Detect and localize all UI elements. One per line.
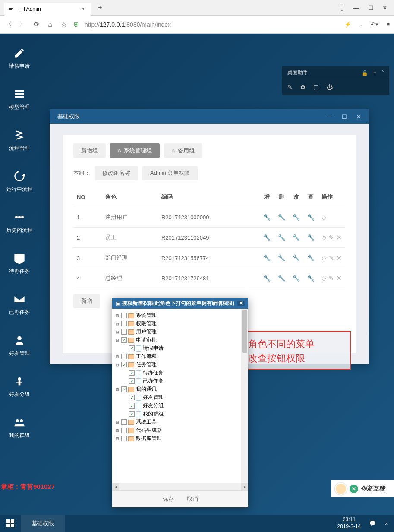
tree-dialog-header[interactable]: ▣ 授权新增权限(此角色下打勾的菜单拥有新增权限) ✕: [112, 298, 248, 309]
tree-item[interactable]: ✓ 我的群组: [115, 410, 246, 418]
power-icon[interactable]: ⏻: [327, 84, 333, 91]
tree-checkbox[interactable]: ✓: [121, 337, 127, 343]
desktop-icon[interactable]: 流程管理: [4, 120, 35, 159]
new-group-button[interactable]: 新增组: [73, 143, 106, 158]
cancel-button[interactable]: 取消: [187, 495, 198, 503]
tree-item[interactable]: ⊞ 系统工具: [115, 418, 246, 426]
scroll-right-icon[interactable]: ▸: [241, 483, 248, 490]
tree-item[interactable]: ✓ 待办任务: [115, 369, 246, 377]
tag-icon[interactable]: ◇: [322, 234, 326, 241]
tree-checkbox[interactable]: ✓: [121, 362, 127, 367]
delete-icon[interactable]: ✕: [337, 254, 342, 261]
tree-checkbox[interactable]: ✓: [129, 378, 135, 384]
tree-item[interactable]: ⊟ ✓ 任务管理: [115, 361, 246, 369]
perm-view-icon[interactable]: 🔧: [307, 275, 315, 282]
tag-icon[interactable]: ◇: [322, 214, 326, 221]
edit-icon[interactable]: ✎: [329, 275, 334, 282]
tree-checkbox[interactable]: ✓: [129, 403, 135, 408]
scroll-left-icon[interactable]: ◂: [112, 483, 119, 490]
tree-checkbox[interactable]: [121, 329, 127, 335]
window-minimize-icon[interactable]: —: [327, 114, 332, 120]
taskbar-item[interactable]: 基础权限: [21, 515, 65, 532]
tree-toggle-icon[interactable]: ⊞: [115, 355, 120, 359]
tree-toggle-icon[interactable]: ⊟: [115, 387, 120, 392]
home-icon[interactable]: ⌂: [46, 20, 54, 29]
tree-item[interactable]: ✓ 好友管理: [115, 393, 246, 402]
desktop-icon[interactable]: 好友管理: [4, 325, 35, 364]
tree-item[interactable]: ⊞ 用户管理: [115, 328, 246, 336]
tree-item[interactable]: ⊞ 工作流程: [115, 352, 246, 361]
perm-add-icon[interactable]: 🔧: [263, 234, 271, 241]
minimize-icon[interactable]: —: [353, 4, 359, 11]
perm-edit-icon[interactable]: 🔧: [293, 214, 300, 221]
tree-item[interactable]: ⊞ 数据库管理: [115, 434, 246, 443]
perm-add-icon[interactable]: 🔧: [263, 214, 271, 221]
desktop-icon[interactable]: 历史的流程: [4, 202, 35, 241]
tree-item[interactable]: ⊞ 系统管理: [115, 311, 246, 320]
edit-icon[interactable]: ✎: [329, 254, 334, 261]
backup-group-tab[interactable]: ጸ备用组: [164, 143, 202, 158]
desktop-icon[interactable]: 运行中流程: [4, 161, 35, 200]
perm-edit-icon[interactable]: 🔧: [293, 234, 300, 241]
chat-icon[interactable]: 💬: [369, 520, 376, 526]
browser-tab[interactable]: ▰ FH Admin ×: [4, 3, 91, 16]
perm-del-icon[interactable]: 🔧: [278, 234, 285, 241]
new-tab-button[interactable]: +: [95, 4, 105, 12]
menu-icon[interactable]: ≡: [386, 21, 390, 28]
tree-hscrollbar[interactable]: ◂ ▸: [112, 483, 248, 490]
desktop-icon[interactable]: 我的群组: [4, 407, 35, 446]
chevron-down-icon[interactable]: ⌄: [359, 22, 363, 27]
tree-toggle-icon[interactable]: ⊞: [115, 314, 120, 318]
perm-edit-icon[interactable]: 🔧: [293, 254, 300, 261]
window-titlebar[interactable]: 基础权限 — ☐ ✕: [50, 109, 369, 124]
rename-group-button[interactable]: 修改组名称: [95, 166, 138, 180]
tag-icon[interactable]: ◇: [322, 254, 326, 261]
refresh-icon[interactable]: ⟳: [32, 20, 41, 29]
tray-chevron-icon[interactable]: «: [385, 520, 388, 526]
perm-add-icon[interactable]: 🔧: [263, 275, 271, 282]
perm-del-icon[interactable]: 🔧: [278, 275, 285, 282]
add-role-button[interactable]: 新增: [73, 294, 100, 308]
menu-icon[interactable]: ≡: [373, 70, 376, 76]
tree-checkbox[interactable]: ✓: [129, 411, 135, 417]
tree-toggle-icon[interactable]: ⊞: [115, 437, 120, 441]
sys-group-tab[interactable]: ጸ系统管理组: [110, 143, 160, 158]
tree-checkbox[interactable]: [121, 354, 127, 359]
tree-checkbox[interactable]: [121, 436, 127, 441]
lightning-icon[interactable]: ⚡: [344, 21, 351, 28]
tree-toggle-icon[interactable]: ⊟: [115, 338, 120, 342]
browser-feature-icon[interactable]: ⬚: [339, 4, 345, 11]
tree-toggle-icon[interactable]: ⊟: [115, 363, 120, 367]
tag-icon[interactable]: ◇: [322, 275, 326, 282]
perm-del-icon[interactable]: 🔧: [278, 254, 285, 261]
tree-toggle-icon[interactable]: ⊞: [115, 330, 120, 334]
lock-icon[interactable]: 🔒: [362, 70, 368, 76]
perm-view-icon[interactable]: 🔧: [307, 254, 315, 261]
url-display[interactable]: http://127.0.0.1:8080/main/index: [85, 21, 171, 28]
tree-checkbox[interactable]: ✓: [129, 395, 135, 400]
forward-icon[interactable]: 〉: [18, 20, 27, 29]
tree-toggle-icon[interactable]: ⊞: [115, 322, 120, 326]
delete-icon[interactable]: ✕: [337, 234, 342, 241]
admin-menu-button[interactable]: Admin 菜单权限: [142, 166, 198, 180]
tree-checkbox[interactable]: [121, 321, 127, 326]
tree-toggle-icon[interactable]: ⊞: [115, 420, 120, 424]
tree-item[interactable]: ✓ 已办任务: [115, 377, 246, 385]
tree-checkbox[interactable]: ✓: [129, 370, 135, 376]
tree-close-icon[interactable]: ✕: [237, 301, 245, 306]
tree-item[interactable]: ⊞ 代码生成器: [115, 426, 246, 434]
shield-icon[interactable]: ⛨: [73, 21, 79, 28]
tree-checkbox[interactable]: [121, 313, 127, 318]
close-icon[interactable]: ✕: [382, 4, 388, 11]
stop-icon[interactable]: ▢: [313, 84, 319, 91]
window-maximize-icon[interactable]: ☐: [342, 114, 347, 120]
back-icon[interactable]: 〈: [4, 20, 13, 29]
undo-icon[interactable]: ↶▾: [371, 21, 378, 28]
delete-icon[interactable]: ✕: [337, 275, 342, 282]
tree-scrollbar-thumb[interactable]: [242, 310, 247, 353]
tree-item[interactable]: ⊟ ✓ 我的通讯: [115, 385, 246, 393]
favorite-icon[interactable]: ☆: [60, 20, 68, 29]
desktop-icon[interactable]: 好友分组: [4, 366, 35, 405]
desktop-icon[interactable]: 模型管理: [4, 79, 35, 118]
desktop-icon[interactable]: 待办任务: [4, 243, 35, 282]
